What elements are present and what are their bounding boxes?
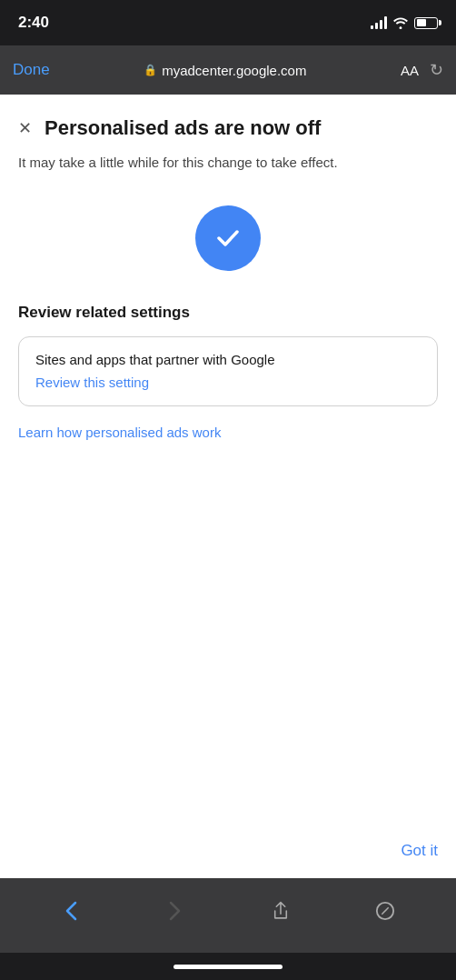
done-button[interactable]: Done xyxy=(13,61,50,79)
browser-bar: Done 🔒 myadcenter.google.com AA ↻ xyxy=(0,45,456,95)
page-header: ✕ Personalised ads are now off xyxy=(18,116,438,140)
home-bar xyxy=(173,965,283,969)
url-bar: 🔒 myadcenter.google.com xyxy=(61,63,390,78)
share-button[interactable] xyxy=(261,891,301,931)
aa-button[interactable]: AA xyxy=(401,63,419,78)
forward-icon xyxy=(169,901,182,921)
main-content: ✕ Personalised ads are now off It may ta… xyxy=(0,95,456,878)
back-icon xyxy=(64,901,77,921)
back-button[interactable] xyxy=(51,891,91,931)
browser-actions: AA ↻ xyxy=(401,60,443,80)
status-icons xyxy=(371,16,438,29)
got-it-area: Got it xyxy=(401,842,438,860)
got-it-button[interactable]: Got it xyxy=(401,842,438,860)
url-text: myadcenter.google.com xyxy=(162,63,306,78)
settings-card: Sites and apps that partner with Google … xyxy=(18,336,438,406)
share-icon xyxy=(271,901,291,921)
reload-icon[interactable]: ↻ xyxy=(430,60,443,80)
checkmark-icon xyxy=(212,222,244,255)
status-time: 2:40 xyxy=(18,14,49,32)
check-circle-container xyxy=(18,205,438,271)
section-title: Review related settings xyxy=(18,304,438,322)
compass-button[interactable] xyxy=(365,891,405,931)
subtitle-text: It may take a little while for this chan… xyxy=(18,153,438,173)
bottom-nav-bar xyxy=(0,878,456,953)
page-title: Personalised ads are now off xyxy=(45,116,321,140)
compass-icon xyxy=(375,901,395,921)
lock-icon: 🔒 xyxy=(144,64,157,76)
close-button[interactable]: ✕ xyxy=(18,118,32,138)
card-title: Sites and apps that partner with Google xyxy=(35,352,421,367)
status-bar: 2:40 xyxy=(0,0,456,45)
forward-button[interactable] xyxy=(155,891,195,931)
battery-icon xyxy=(414,17,438,29)
learn-link[interactable]: Learn how personalised ads work xyxy=(18,425,221,440)
success-circle xyxy=(195,205,261,271)
home-indicator xyxy=(0,953,456,980)
svg-marker-1 xyxy=(382,907,389,914)
review-setting-link[interactable]: Review this setting xyxy=(35,375,149,390)
wifi-icon xyxy=(392,16,409,29)
signal-icon xyxy=(371,16,387,29)
